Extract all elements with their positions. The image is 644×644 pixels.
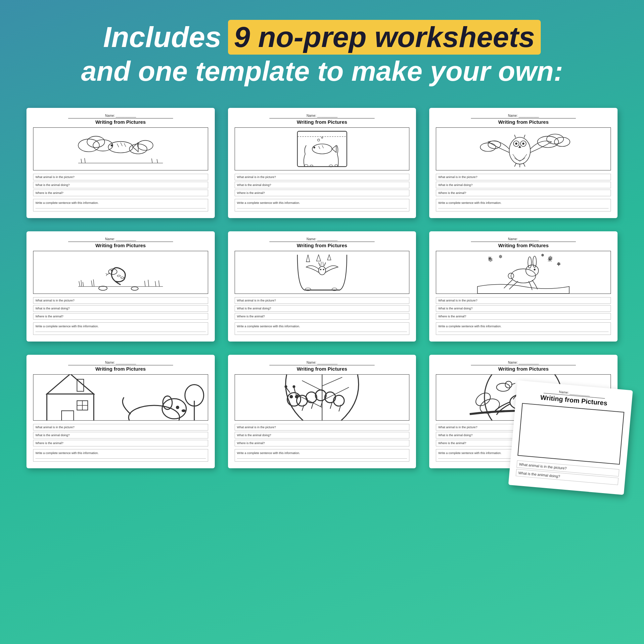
ws-q1-1: What animal is in the picture?: [33, 174, 208, 180]
bottom-row: Name: ___________ Writing from Pictures: [0, 355, 644, 495]
page-header: Includes 9 no-prep worksheets and one te…: [0, 0, 644, 101]
ws-name-line-6: Name: ___________: [471, 237, 576, 242]
svg-point-24: [321, 137, 323, 138]
ws-q8-2: What is the animal doing?: [235, 432, 410, 438]
ws-q2-2: What is the animal doing?: [235, 182, 410, 188]
ws-q1-2: What is the animal doing?: [33, 182, 208, 188]
svg-rect-96: [47, 394, 94, 420]
ws-q8-1: What animal is in the picture?: [235, 424, 410, 431]
svg-point-4: [138, 140, 153, 150]
ws-write-4: Write a complete sentence with this info…: [33, 322, 208, 335]
number-text: 9: [234, 21, 250, 53]
ws-name-line-3: Name: ___________: [471, 114, 576, 118]
svg-text:❄: ❄: [541, 253, 544, 257]
svg-line-44: [524, 163, 525, 166]
ws-q4-1: What animal is in the picture?: [33, 297, 208, 304]
header-line1: Includes 9 no-prep worksheets: [7, 20, 637, 55]
svg-line-67: [318, 262, 320, 266]
ws-write-2: Write a complete sentence with this info…: [235, 199, 410, 211]
ws-q8-3: Where is the animal?: [235, 440, 410, 446]
svg-point-30: [547, 134, 564, 144]
ws-q7-3: Where is the animal?: [33, 440, 208, 446]
template-questions: What animal is in the picture? What is t…: [516, 460, 619, 485]
svg-point-7: [111, 144, 113, 146]
ws-title-1: Writing from Pictures: [33, 119, 208, 125]
ws-name-line-7: Name: ___________: [68, 361, 173, 365]
svg-line-40: [515, 135, 516, 138]
svg-point-126: [315, 390, 326, 400]
header-prefix: Includes: [103, 21, 221, 53]
ws-q7-2: What is the animal doing?: [33, 432, 208, 438]
worksheet-card-6: Name: ___________ Writing from Pictures …: [429, 231, 618, 342]
svg-point-28: [335, 164, 338, 166]
worksheet-card-1: Name: ___________ Writing from Pictures: [26, 108, 215, 218]
ws-image-3: [436, 127, 611, 170]
svg-line-14: [152, 158, 152, 163]
ws-title-3: Writing from Pictures: [436, 119, 611, 125]
ws-q3-1: What animal is in the picture?: [436, 174, 611, 180]
svg-line-122: [322, 377, 342, 386]
svg-point-69: [320, 269, 321, 270]
svg-point-5: [108, 141, 133, 153]
template-card: Name: ___________ Writing from Pictures …: [508, 380, 633, 495]
ws-title-7: Writing from Pictures: [33, 366, 208, 372]
ws-write-3: Write a complete sentence with this info…: [436, 199, 611, 211]
svg-text:❄: ❄: [499, 254, 502, 259]
svg-point-38: [522, 142, 524, 144]
svg-point-93: [533, 256, 536, 267]
svg-line-59: [106, 274, 107, 276]
ws-title-8: Writing from Pictures: [235, 366, 410, 372]
svg-marker-19: [332, 145, 336, 152]
ws-name-line-1: Name: ___________: [68, 114, 173, 118]
svg-marker-65: [327, 254, 331, 260]
svg-point-111: [182, 409, 186, 412]
ws-name-line-2: Name: ___________: [269, 114, 374, 118]
ws-title-2: Writing from Pictures: [235, 119, 410, 125]
svg-point-152: [497, 383, 510, 391]
worksheet-card-8: Name: ___________ Writing from Pictures: [228, 355, 416, 468]
ws-title-4: Writing from Pictures: [33, 243, 208, 248]
svg-point-37: [515, 142, 517, 144]
ws-image-4: [33, 251, 208, 294]
svg-line-13: [85, 158, 85, 163]
ws-image-1: [33, 127, 208, 170]
svg-point-110: [176, 406, 179, 409]
svg-marker-64: [316, 254, 321, 261]
svg-marker-63: [306, 254, 310, 261]
svg-line-15: [157, 159, 158, 163]
svg-point-34: [509, 137, 530, 164]
svg-point-70: [323, 269, 324, 270]
ws-questions-6: What animal is in the picture? What is t…: [436, 297, 611, 320]
svg-point-56: [111, 270, 112, 271]
svg-line-72: [323, 262, 323, 266]
svg-rect-98: [62, 411, 73, 420]
ws-q6-1: What animal is in the picture?: [436, 297, 611, 304]
svg-point-91: [526, 265, 538, 276]
ws-write-8: Write a complete sentence with this info…: [235, 449, 410, 462]
ws-q3-3: Where is the animal?: [436, 190, 611, 196]
worksheet-card-3: Name: ___________ Writing from Pictures: [429, 108, 618, 218]
svg-point-1: [87, 136, 105, 147]
svg-line-42: [515, 163, 516, 166]
ws-image-7: [33, 374, 208, 421]
svg-line-53: [155, 281, 156, 286]
header-number-highlight: 9 no-prep worksheets: [228, 20, 541, 55]
svg-point-20: [313, 147, 315, 148]
ws-questions-5: What animal is in the picture? What is t…: [235, 297, 410, 320]
svg-line-58: [106, 273, 107, 274]
svg-line-9: [120, 142, 122, 146]
highlight-text: no-prep worksheets: [258, 21, 535, 53]
svg-point-94: [534, 268, 535, 270]
svg-line-21: [318, 146, 320, 149]
svg-point-134: [285, 385, 287, 388]
ws-questions-7: What animal is in the picture? What is t…: [33, 424, 208, 446]
ws-write-5: Write a complete sentence with this info…: [235, 322, 410, 335]
worksheets-grid-top: Name: ___________ Writing from Pictures: [0, 101, 644, 355]
ws-questions-2: What animal is in the picture? What is t…: [235, 174, 410, 196]
ws-q4-2: What is the animal doing?: [33, 305, 208, 312]
svg-line-8: [117, 144, 119, 147]
svg-point-60: [99, 286, 107, 290]
ws-questions-8: What animal is in the picture? What is t…: [235, 424, 410, 446]
ws-image-6: ❄ ❄ ❄ ❄ ❄: [436, 251, 611, 294]
svg-point-61: [131, 287, 138, 290]
